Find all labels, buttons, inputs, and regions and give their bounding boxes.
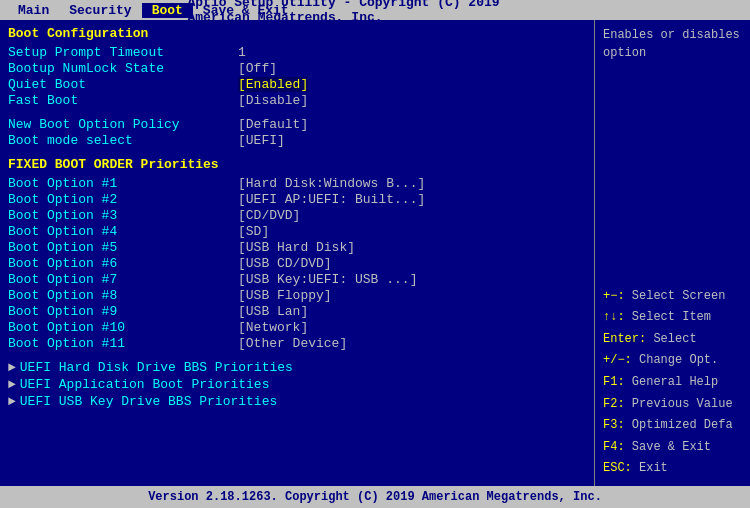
new-boot-option-label: New Boot Option Policy xyxy=(8,117,238,132)
key-change-opt: +/−: Change Opt. xyxy=(603,350,742,372)
top-menubar: Main Security Boot Save & Exit Aptio Set… xyxy=(0,0,750,20)
boot-option-10-row: Boot Option #10 [Network] xyxy=(8,320,586,335)
boot-option-10-label: Boot Option #10 xyxy=(8,320,238,335)
fast-boot-row: Fast Boot [Disable] xyxy=(8,93,586,108)
key-select-item: ↑↓: Select Item xyxy=(603,307,742,329)
boot-option-8-row: Boot Option #8 [USB Floppy] xyxy=(8,288,586,303)
fast-boot-value[interactable]: [Disable] xyxy=(238,93,308,108)
boot-mode-row: Boot mode select [UEFI] xyxy=(8,133,586,148)
left-panel: Boot Configuration Setup Prompt Timeout … xyxy=(0,20,595,486)
quiet-boot-value[interactable]: [Enabled] xyxy=(238,77,308,92)
key-f2: F2: Previous Value xyxy=(603,394,742,416)
setup-prompt-label: Setup Prompt Timeout xyxy=(8,45,238,60)
boot-option-11-value[interactable]: [Other Device] xyxy=(238,336,347,351)
key-desc-f4: Save & Exit xyxy=(632,440,711,454)
quiet-boot-row: Quiet Boot [Enabled] xyxy=(8,77,586,92)
fast-boot-label: Fast Boot xyxy=(8,93,238,108)
key-desc-esc: Exit xyxy=(639,461,668,475)
boot-option-1-row: Boot Option #1 [Hard Disk:Windows B...] xyxy=(8,176,586,191)
boot-option-3-value[interactable]: [CD/DVD] xyxy=(238,208,300,223)
boot-option-5-value[interactable]: [USB Hard Disk] xyxy=(238,240,355,255)
quiet-boot-label: Quiet Boot xyxy=(8,77,238,92)
key-desc-enter: Select xyxy=(653,332,696,346)
boot-option-9-value[interactable]: [USB Lan] xyxy=(238,304,308,319)
arrow-icon-3: ► xyxy=(8,394,16,409)
numlock-value[interactable]: [Off] xyxy=(238,61,277,76)
key-f3: F3: Optimized Defa xyxy=(603,415,742,437)
boot-option-2-label: Boot Option #2 xyxy=(8,192,238,207)
key-desc-f3: Optimized Defa xyxy=(632,418,733,432)
key-desc-f2: Previous Value xyxy=(632,397,733,411)
key-desc-f1: General Help xyxy=(632,375,718,389)
key-label-esc: ESC: xyxy=(603,461,632,475)
key-label-f3: F3: xyxy=(603,418,625,432)
main-content: Boot Configuration Setup Prompt Timeout … xyxy=(0,20,750,486)
boot-option-4-value[interactable]: [SD] xyxy=(238,224,269,239)
spacer-3 xyxy=(8,352,586,360)
uefi-app-priorities[interactable]: ► UEFI Application Boot Priorities xyxy=(8,377,586,392)
boot-option-6-label: Boot Option #6 xyxy=(8,256,238,271)
boot-option-9-label: Boot Option #9 xyxy=(8,304,238,319)
key-label-screen: +−: xyxy=(603,289,625,303)
boot-option-5-label: Boot Option #5 xyxy=(8,240,238,255)
uefi-app-label: UEFI Application Boot Priorities xyxy=(20,377,270,392)
uefi-hdd-label: UEFI Hard Disk Drive BBS Priorities xyxy=(20,360,293,375)
new-boot-option-row: New Boot Option Policy [Default] xyxy=(8,117,586,132)
menu-security[interactable]: Security xyxy=(59,3,141,18)
new-boot-option-value[interactable]: [Default] xyxy=(238,117,308,132)
uefi-usb-priorities[interactable]: ► UEFI USB Key Drive BBS Priorities xyxy=(8,394,586,409)
boot-option-9-row: Boot Option #9 [USB Lan] xyxy=(8,304,586,319)
boot-config-title: Boot Configuration xyxy=(8,26,586,41)
boot-option-11-row: Boot Option #11 [Other Device] xyxy=(8,336,586,351)
boot-option-1-value[interactable]: [Hard Disk:Windows B...] xyxy=(238,176,425,191)
boot-mode-value[interactable]: [UEFI] xyxy=(238,133,285,148)
boot-option-7-value[interactable]: [USB Key:UEFI: USB ...] xyxy=(238,272,417,287)
key-label-f2: F2: xyxy=(603,397,625,411)
key-desc-item: Select Item xyxy=(632,310,711,324)
spacer-2 xyxy=(8,149,586,157)
key-desc-screen: Select Screen xyxy=(632,289,726,303)
setup-prompt-value[interactable]: 1 xyxy=(238,45,246,60)
right-panel: Enables or disables option +−: Select Sc… xyxy=(595,20,750,486)
boot-option-11-label: Boot Option #11 xyxy=(8,336,238,351)
boot-option-2-value[interactable]: [UEFI AP:UEFI: Built...] xyxy=(238,192,425,207)
key-label-f4: F4: xyxy=(603,440,625,454)
uefi-usb-label: UEFI USB Key Drive BBS Priorities xyxy=(20,394,277,409)
key-enter: Enter: Select xyxy=(603,329,742,351)
boot-option-10-value[interactable]: [Network] xyxy=(238,320,308,335)
boot-option-7-row: Boot Option #7 [USB Key:UEFI: USB ...] xyxy=(8,272,586,287)
arrow-icon-1: ► xyxy=(8,360,16,375)
boot-option-3-label: Boot Option #3 xyxy=(8,208,238,223)
key-label-enter: Enter: xyxy=(603,332,646,346)
boot-option-8-value[interactable]: [USB Floppy] xyxy=(238,288,332,303)
key-desc-change: Change Opt. xyxy=(639,353,718,367)
boot-option-5-row: Boot Option #5 [USB Hard Disk] xyxy=(8,240,586,255)
boot-option-4-row: Boot Option #4 [SD] xyxy=(8,224,586,239)
key-f4: F4: Save & Exit xyxy=(603,437,742,459)
boot-option-7-label: Boot Option #7 xyxy=(8,272,238,287)
boot-option-6-value[interactable]: [USB CD/DVD] xyxy=(238,256,332,271)
boot-option-3-row: Boot Option #3 [CD/DVD] xyxy=(8,208,586,223)
boot-option-8-label: Boot Option #8 xyxy=(8,288,238,303)
key-help: +−: Select Screen ↑↓: Select Item Enter:… xyxy=(603,286,742,480)
key-f1: F1: General Help xyxy=(603,372,742,394)
uefi-hdd-priorities[interactable]: ► UEFI Hard Disk Drive BBS Priorities xyxy=(8,360,586,375)
boot-option-6-row: Boot Option #6 [USB CD/DVD] xyxy=(8,256,586,271)
footer-text: Version 2.18.1263. Copyright (C) 2019 Am… xyxy=(148,490,602,504)
key-label-item: ↑↓: xyxy=(603,310,625,324)
help-text: Enables or disables option xyxy=(603,26,742,62)
header-title: Aptio Setup Utility - Copyright (C) 2019… xyxy=(188,0,563,25)
key-label-change: +/−: xyxy=(603,353,632,367)
boot-option-4-label: Boot Option #4 xyxy=(8,224,238,239)
spacer-1 xyxy=(8,109,586,117)
key-select-screen: +−: Select Screen xyxy=(603,286,742,308)
boot-mode-label: Boot mode select xyxy=(8,133,238,148)
boot-option-1-label: Boot Option #1 xyxy=(8,176,238,191)
menu-main[interactable]: Main xyxy=(8,3,59,18)
setup-prompt-timeout-row: Setup Prompt Timeout 1 xyxy=(8,45,586,60)
arrow-icon-2: ► xyxy=(8,377,16,392)
menu-boot[interactable]: Boot xyxy=(142,3,193,18)
bottom-bar: Version 2.18.1263. Copyright (C) 2019 Am… xyxy=(0,486,750,508)
numlock-label: Bootup NumLock State xyxy=(8,61,238,76)
boot-option-2-row: Boot Option #2 [UEFI AP:UEFI: Built...] xyxy=(8,192,586,207)
